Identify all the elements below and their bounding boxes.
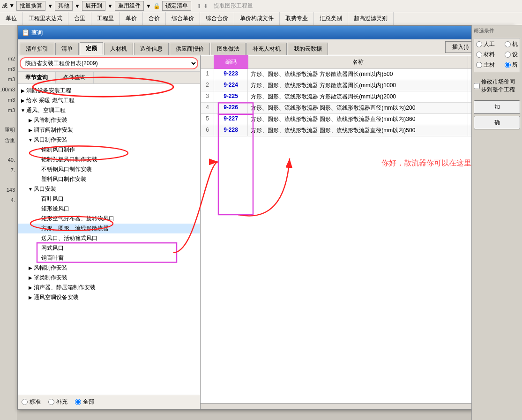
tree-item-8[interactable]: 铝制孔板风口制作安装	[18, 155, 200, 165]
table-row[interactable]: 5 9-227 方形、圆形、流线形散流器 圆形、流线形散流器直径(mm以内)36…	[201, 113, 513, 125]
side-radio-main-material[interactable]: 主材	[476, 61, 495, 69]
left-num-10: 7.	[0, 165, 17, 175]
tree-label-18: 钢百叶窗	[41, 254, 64, 262]
radio-standard-input[interactable]	[22, 399, 28, 405]
data-table: 编码 名称 单位 单价 1 9-223 方形、圆形、流线形散流器 方形散流器周长…	[201, 55, 513, 136]
add-button[interactable]: 加	[474, 100, 520, 114]
tree-arrow-4: ▶	[27, 118, 34, 123]
side-radio-equipment[interactable]: 设	[505, 51, 518, 59]
lock-btn[interactable]: 锁定清单	[162, 1, 191, 11]
tree-area[interactable]: ▶消防设备安装工程▶给水 采暖 燃气工程▼通风、空调工程▶风管制作安装▶调节阀制…	[18, 84, 200, 395]
tab-gongyingshang-baojia[interactable]: 供应商报价	[170, 43, 210, 55]
toolbar-quantity[interactable]: 工程里	[91, 12, 120, 25]
province-dropdown[interactable]: 陕西省安装工程价目表(2009)	[20, 57, 198, 69]
toolbar-unit[interactable]: 单位	[0, 12, 23, 25]
toolbar-unit-price-file[interactable]: 单价构成文件	[234, 12, 280, 25]
search-tab-chapter[interactable]: 章节查询	[18, 72, 56, 83]
tree-item-18[interactable]: 钢百叶窗	[18, 253, 200, 263]
side-radio-all[interactable]: 所	[505, 61, 518, 69]
tree-item-16[interactable]: 送风口、活动篦式风口	[18, 233, 200, 243]
search-tab-condition[interactable]: 条件查询	[56, 72, 94, 83]
side-radio-manual-input[interactable]	[476, 41, 482, 47]
side-radio-equipment-input[interactable]	[505, 52, 511, 58]
toolbar-expression[interactable]: 工程里表达式	[23, 12, 68, 25]
tree-item-1[interactable]: ▶消防设备安装工程	[18, 86, 200, 96]
side-radio-machine[interactable]: 机	[505, 40, 518, 48]
tree-item-19[interactable]: ▶风帽制作安装	[18, 263, 200, 273]
side-checkbox-market-price-input[interactable]	[474, 83, 480, 89]
tab-zaojia-xinxi[interactable]: 造价信息	[134, 43, 169, 55]
tree-item-4[interactable]: ▶风管制作安装	[18, 115, 200, 125]
side-radio-all-input[interactable]	[505, 62, 511, 68]
side-radio-manual[interactable]: 人工	[476, 40, 495, 48]
tree-arrow-11: ▼	[27, 187, 34, 192]
tree-item-9[interactable]: 不锈钢风口制作安装	[18, 165, 200, 174]
toolbar-fee-specialty[interactable]: 取费专业	[280, 12, 314, 25]
tree-label-6: 风口制作安装	[34, 136, 67, 144]
left-panel: 陕西省安装工程价目表(2009) 章节查询 条件查询 ▶消防设备安装工程▶给水 …	[18, 55, 201, 409]
tree-item-20[interactable]: ▶罩类制作安装	[18, 273, 200, 283]
table-row[interactable]: 3 9-225 方形、圆形、流线形散流器 方形散流器周长(mm以内)2000 个…	[201, 91, 513, 102]
table-header-row: 编码 名称 单位 单价	[201, 56, 513, 68]
reuse-group-btn[interactable]: 重用组件	[115, 1, 144, 11]
tree-item-6[interactable]: ▼风口制作安装	[18, 135, 200, 145]
main-area: m2 m3 m3 1.00m3 m3 m3 重明 含重 40. 7. 143 4…	[0, 25, 522, 420]
tree-item-3[interactable]: ▼通风、空调工程	[18, 105, 200, 115]
tree-item-2[interactable]: ▶给水 采暖 燃气工程	[18, 96, 200, 105]
tree-item-13[interactable]: 矩形送风口	[18, 204, 200, 214]
tree-label-21: 消声器、静压箱制作安装	[34, 284, 96, 292]
tree-item-7[interactable]: 钢制风口制作	[18, 145, 200, 155]
toolbar-unit-price[interactable]: 单价	[120, 12, 143, 25]
cell-num-3: 4	[201, 102, 214, 113]
radio-all-input[interactable]	[75, 399, 81, 405]
toolbar-comp-total-price[interactable]: 综合合价	[200, 12, 234, 25]
side-filter-section: 人工 机 材料 设 主材	[474, 38, 520, 72]
tab-qingdan[interactable]: 清单	[55, 43, 79, 55]
tab-dinge[interactable]: 定额	[80, 42, 103, 55]
toolbar-quantity-merge[interactable]: 合里	[68, 12, 91, 25]
tree-arrow-6: ▼	[27, 137, 34, 142]
tab-qingdan-zhiyin[interactable]: 清单指引	[20, 43, 54, 55]
radio-all[interactable]: 全部	[75, 398, 94, 406]
tree-item-14[interactable]: 矩形空气分布器、旋转吹风口	[18, 214, 200, 224]
tree-item-21[interactable]: ▶消声器、静压箱制作安装	[18, 283, 200, 292]
table-row[interactable]: 1 9-223 方形、圆形、流线形散流器 方形散流器周长(mm以内)500 个 …	[201, 68, 513, 80]
tab-cloud-data[interactable]: 我的云数据	[288, 43, 328, 55]
tree-item-12[interactable]: 百叶风口	[18, 194, 200, 204]
toolbar-filter-category[interactable]: 超高过滤类别	[348, 12, 394, 25]
radio-supplement[interactable]: 补充	[48, 398, 67, 406]
cell-num-5: 6	[201, 125, 214, 136]
table-row[interactable]: 4 9-226 方形、圆形、流线形散流器 圆形、流线形散流器直径(mm以内)20…	[201, 102, 513, 113]
other-btn[interactable]: 其他	[55, 1, 73, 11]
tab-rencaiji[interactable]: 人材机	[104, 43, 133, 55]
radio-standard[interactable]: 标准	[22, 398, 41, 406]
toolbar-summary-category[interactable]: 汇总类别	[314, 12, 348, 25]
second-toolbar: 单位 工程里表达式 合里 工程里 单价 合价 综合单价 综合合价 单价构成文件 …	[0, 12, 522, 25]
toolbar-total-price[interactable]: 合价	[143, 12, 166, 25]
table-row[interactable]: 6 9-228 方形、圆形、流线形散流器 圆形、流线形散流器直径(mm以内)50…	[201, 125, 513, 136]
tree-item-10[interactable]: 塑料风口制作安装	[18, 174, 200, 184]
side-radio-material[interactable]: 材料	[476, 51, 495, 59]
table-row[interactable]: 2 9-224 方形、圆形、流线形散流器 方形散流器周长(mm以内)1000 个…	[201, 80, 513, 91]
toolbar-comp-unit-price[interactable]: 综合单价	[166, 12, 200, 25]
tab-tuji-zuofa[interactable]: 图集做法	[211, 43, 246, 55]
radio-supplement-input[interactable]	[48, 399, 54, 405]
col-name: 名称	[248, 56, 468, 68]
side-radio-machine-input[interactable]	[505, 41, 511, 47]
tree-item-15[interactable]: 方形、圆形、流线形散流器	[18, 224, 200, 233]
cell-name-5: 方形、圆形、流线形散流器 圆形、流线形散流器直径(mm以内)500	[248, 125, 468, 136]
query-dialog: 📋 查询 — □ ✕ 清单指引 清单 定额 人材机 造价信息 供应商报价 图集做…	[17, 25, 514, 410]
tree-item-17[interactable]: 网式风口	[18, 243, 200, 253]
expand-btn[interactable]: 展开到	[82, 1, 105, 11]
tab-buchong-rencaiji[interactable]: 补充人材机	[246, 43, 287, 55]
confirm-button[interactable]: 确	[474, 116, 520, 129]
tree-item-5[interactable]: ▶调节阀制作安装	[18, 125, 200, 135]
side-radio-material-input[interactable]	[476, 52, 482, 58]
batch-calc-btn[interactable]: 批量换算	[16, 1, 45, 11]
horizontal-scrollbar[interactable]	[201, 403, 513, 409]
side-checkbox-market-price[interactable]: 修改市场价同步到整个工程	[474, 78, 520, 94]
side-radio-main-material-input[interactable]	[476, 62, 482, 68]
tree-item-11[interactable]: ▼风口安装	[18, 184, 200, 194]
tree-item-22[interactable]: ▶通风空调设备安装	[18, 292, 200, 302]
cell-name-4: 方形、圆形、流线形散流器 圆形、流线形散流器直径(mm以内)360	[248, 113, 468, 125]
